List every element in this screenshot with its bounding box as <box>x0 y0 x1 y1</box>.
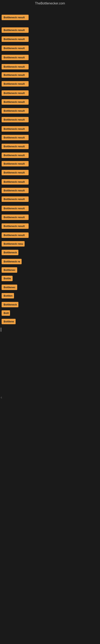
list-item: Bottleneck result <box>0 15 30 21</box>
bottleneck-badge: Bottleneck result <box>1 36 29 42</box>
bottleneck-badge: Bottleneck result <box>1 15 29 20</box>
bottleneck-badge: Bottleneck result <box>1 179 29 184</box>
list-item: Bottleneck result <box>0 224 30 230</box>
bottleneck-badge: Bottlene <box>1 319 16 324</box>
bottleneck-badge: Bottleneck <box>1 302 18 307</box>
list-item: Bottleneck result <box>0 188 30 194</box>
bottleneck-badge: Bottleneck result <box>1 99 29 105</box>
bottleneck-badge: Bottleneck result <box>1 214 29 220</box>
bottleneck-badge: Bottleneck result <box>1 27 29 33</box>
list-item: Bottleneck result <box>0 144 30 150</box>
list-item: Bottleneck result <box>0 126 30 132</box>
bottleneck-badge: Bottleneck result <box>1 206 29 211</box>
bottleneck-badge: Bottleneck result <box>1 170 29 175</box>
bottleneck-badge: Bottlen <box>1 293 14 298</box>
list-item: Bottleneck result <box>0 170 30 176</box>
bottleneck-badge: Bottleneck result <box>1 135 29 140</box>
bottleneck-badge: Bottleneck result <box>1 152 29 158</box>
list-item: Bottleneck result <box>0 46 30 52</box>
bottleneck-badge: Bottleneck resu <box>1 241 25 246</box>
bottleneck-badge: Bottleneck <box>1 250 18 255</box>
list-item: Bottleneck result <box>0 179 30 185</box>
list-item: Bottleneck result <box>0 81 30 87</box>
list-item: Bottleneck result <box>0 27 30 34</box>
bottleneck-badge: Bottleneck result <box>1 196 29 202</box>
list-item: Bottleneck result <box>0 135 30 141</box>
list-item: Bottleneck result <box>0 196 30 203</box>
bottleneck-badge: Bottleneck result <box>1 55 29 60</box>
bottleneck-badge: Bottleneck result <box>1 232 29 238</box>
list-item: Bottleneck result <box>0 214 30 221</box>
text-cursor <box>1 328 1 332</box>
bottleneck-badge: Bottleneck result <box>1 90 29 96</box>
list-item: Bottleneck result <box>0 72 30 78</box>
list-item: Bott <box>0 310 12 316</box>
bottleneck-badge: Bottlenec <box>1 267 17 273</box>
list-item: Bottlenec <box>0 267 19 274</box>
bottleneck-badge: Bottleneck result <box>1 126 29 132</box>
list-item: Bottleneck result <box>0 152 30 159</box>
bottleneck-badge: Bottleneck result <box>1 144 29 149</box>
list-item: Bottleneck resu <box>0 241 26 247</box>
bottleneck-badge: Bottleneck result <box>1 81 29 86</box>
bottleneck-badge: Bottleneck re <box>1 259 22 264</box>
list-item: Bottleneck <box>0 302 20 308</box>
bottleneck-badge: Bottleneck result <box>1 46 29 51</box>
bottleneck-badge: Bottleneck result <box>1 64 29 70</box>
small-char-label: c <box>1 396 2 399</box>
list-item: Bottleneck <box>0 250 20 256</box>
bottleneck-badge: Bottlenec <box>1 284 17 290</box>
list-item: Bottleneck result <box>0 206 30 212</box>
list-item: Bottlen <box>0 293 16 299</box>
list-item: Bottleneck result <box>0 64 30 70</box>
list-item: Bottleneck result <box>0 99 30 106</box>
list-item: Bottlene <box>0 319 17 325</box>
bottleneck-badge: Bottleneck result <box>1 224 29 229</box>
list-item: Bottleneck result <box>0 55 30 61</box>
list-item: Bottlenec <box>0 284 19 291</box>
site-title: TheBottlenecker.com <box>0 0 100 8</box>
list-item: Bottleneck result <box>0 90 30 96</box>
bottleneck-badge: Bottleneck result <box>1 72 29 78</box>
bottleneck-badge: Bottleneck result <box>1 117 29 122</box>
list-item: Bottleneck result <box>0 36 30 43</box>
list-item: Bottleneck result <box>0 161 30 167</box>
bottleneck-badge: Bottle <box>1 276 13 281</box>
bottleneck-badge: Bottleneck result <box>1 108 29 114</box>
list-item: Bottleneck result <box>0 232 30 239</box>
list-item: Bottleneck re <box>0 259 23 265</box>
list-item: Bottle <box>0 276 14 282</box>
list-item: Bottleneck result <box>0 108 30 114</box>
bottleneck-badge: Bottleneck result <box>1 161 29 166</box>
bottleneck-badge: Bott <box>1 310 10 316</box>
list-item: Bottleneck result <box>0 117 30 123</box>
bottleneck-badge: Bottleneck result <box>1 188 29 193</box>
